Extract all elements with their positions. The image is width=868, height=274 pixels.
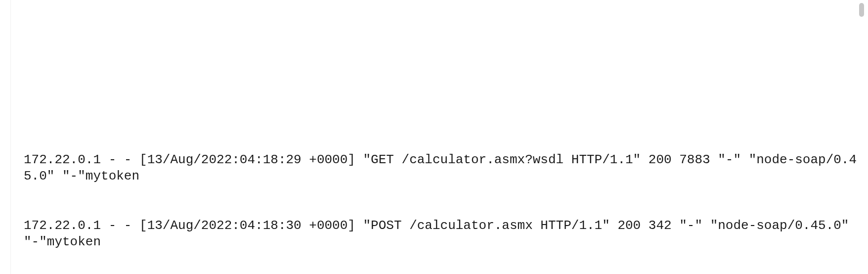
left-gutter <box>0 0 11 274</box>
log-line: 172.22.0.1 - - [13/Aug/2022:04:18:30 +00… <box>24 218 858 251</box>
log-output: 172.22.0.1 - - [13/Aug/2022:04:18:29 +00… <box>24 119 858 267</box>
log-line: 172.22.0.1 - - [13/Aug/2022:04:18:29 +00… <box>24 152 858 185</box>
scrollbar-thumb[interactable] <box>859 3 864 17</box>
